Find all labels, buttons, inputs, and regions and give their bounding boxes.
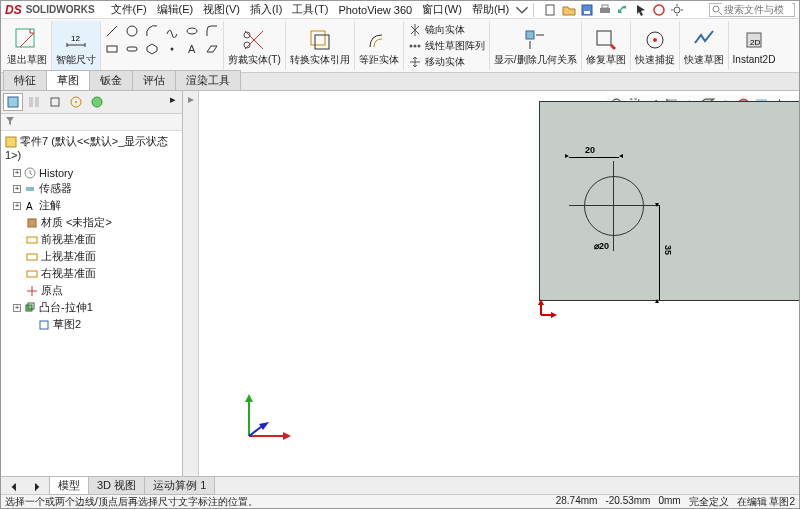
tree-material[interactable]: 材质 <未指定>: [1, 214, 182, 231]
tree-annotations[interactable]: +A注解: [1, 197, 182, 214]
point-tool[interactable]: [163, 41, 181, 57]
circle-tool[interactable]: [123, 23, 141, 39]
repair-sketch-button[interactable]: 修复草图: [582, 21, 631, 70]
offset-entities-button[interactable]: 等距实体: [355, 21, 404, 70]
feature-manager-tabs: ▸: [1, 91, 182, 114]
tree-top-plane[interactable]: 上视基准面: [1, 248, 182, 265]
quick-access-toolbar: [544, 3, 684, 17]
menu-file[interactable]: 文件(F): [107, 1, 151, 18]
menu-view[interactable]: 视图(V): [199, 1, 244, 18]
undo-icon[interactable]: [616, 3, 630, 17]
search-input[interactable]: [722, 3, 792, 16]
svg-point-31: [653, 38, 657, 42]
cursor-icon[interactable]: [634, 3, 648, 17]
fm-config-tab[interactable]: [45, 93, 65, 111]
tree-sensors[interactable]: +传感器: [1, 180, 182, 197]
fillet-tool[interactable]: [203, 23, 221, 39]
menu-edit[interactable]: 编辑(E): [153, 1, 198, 18]
tab-sketch[interactable]: 草图: [46, 70, 90, 90]
ribbon: 退出草图 12 智能尺寸 A 剪裁实体(T) 转换实体引用 等距实体 镜向实体: [1, 19, 799, 73]
options-icon[interactable]: [670, 3, 684, 17]
status-y: -20.53mm: [605, 495, 650, 509]
fm-dimxpert-tab[interactable]: [66, 93, 86, 111]
svg-text:A: A: [188, 43, 196, 55]
feature-filter[interactable]: [1, 114, 182, 131]
svg-point-5: [654, 5, 664, 15]
menu-window[interactable]: 窗口(W): [418, 1, 466, 18]
smart-dimension-button[interactable]: 12 智能尺寸: [52, 21, 101, 70]
sketch-origin-icon: [537, 299, 557, 319]
line-tool[interactable]: [103, 23, 121, 39]
part-name[interactable]: 零件7 (默认<<默认>_显示状态 1>): [1, 131, 182, 164]
dimension-vertical-35[interactable]: 35 ▾ ▴: [653, 205, 667, 300]
tab-3dview[interactable]: 3D 视图: [88, 477, 145, 495]
convert-entities-button[interactable]: 转换实体引用: [286, 21, 355, 70]
exit-sketch-button[interactable]: 退出草图: [3, 21, 52, 70]
linear-pattern-button[interactable]: 线性草图阵列: [408, 39, 485, 53]
svg-rect-4: [602, 5, 608, 8]
dimension-horizontal-20[interactable]: 20 ▸ ◂: [569, 151, 619, 165]
tree-origin[interactable]: 原点: [1, 282, 182, 299]
tab-motion[interactable]: 运动算例 1: [144, 477, 215, 495]
menu-insert[interactable]: 插入(I): [246, 1, 286, 18]
tree-extrude1[interactable]: +凸台-拉伸1: [1, 299, 182, 316]
quick-snap-button[interactable]: 快速捕捉: [631, 21, 680, 70]
print-icon[interactable]: [598, 3, 612, 17]
dropdown-icon[interactable]: [515, 3, 529, 17]
svg-line-11: [107, 26, 117, 36]
trim-button[interactable]: 剪裁实体(T): [224, 21, 286, 70]
search-box[interactable]: [709, 3, 795, 17]
scroll-right-icon[interactable]: ⏵: [26, 480, 49, 492]
menu-tools[interactable]: 工具(T): [288, 1, 332, 18]
tree-sketch2[interactable]: 草图2: [1, 316, 182, 333]
arc-tool[interactable]: [143, 23, 161, 39]
rapid-sketch-button[interactable]: 快速草图: [680, 21, 729, 70]
fm-expand-icon[interactable]: ▸: [166, 93, 180, 111]
text-tool[interactable]: A: [183, 41, 201, 57]
svg-point-40: [92, 97, 102, 107]
rect-tool[interactable]: [103, 41, 121, 57]
mirror-button[interactable]: 镜向实体: [408, 23, 485, 37]
show-delete-relations-button[interactable]: 显示/删除几何关系: [490, 21, 582, 70]
svg-marker-72: [259, 422, 269, 430]
reference-triad[interactable]: [239, 386, 299, 446]
dimension-diameter-20[interactable]: ⌀20: [594, 241, 609, 251]
main-area: ▸ 零件7 (默认<<默认>_显示状态 1>) +History +传感器 +A…: [1, 91, 799, 476]
ellipse-tool[interactable]: [183, 23, 201, 39]
move-entities-button[interactable]: 移动实体: [408, 55, 485, 69]
svg-rect-41: [6, 137, 16, 147]
fm-appearance-tab[interactable]: [87, 93, 107, 111]
menu-photoview[interactable]: PhotoView 360: [334, 3, 416, 17]
svg-rect-21: [311, 31, 325, 45]
app-name: SOLIDWORKS: [26, 4, 95, 15]
save-icon[interactable]: [580, 3, 594, 17]
plane-tool[interactable]: [203, 41, 221, 57]
tab-sheetmetal[interactable]: 钣金: [89, 70, 133, 90]
circle-centerline-v: [613, 161, 614, 251]
fm-property-tab[interactable]: [24, 93, 44, 111]
slot-tool[interactable]: [123, 41, 141, 57]
menu-help[interactable]: 帮助(H): [468, 1, 513, 18]
svg-rect-43: [26, 187, 34, 191]
svg-rect-26: [526, 31, 534, 39]
tree-right-plane[interactable]: 右视基准面: [1, 265, 182, 282]
tree-history[interactable]: +History: [1, 166, 182, 180]
tab-evaluate[interactable]: 评估: [132, 70, 176, 90]
graphics-viewport[interactable]: 20 ▸ ◂ ⌀20 35 ▾ ▴: [199, 91, 799, 476]
tree-front-plane[interactable]: 前视基准面: [1, 231, 182, 248]
open-icon[interactable]: [562, 3, 576, 17]
sketch-circle[interactable]: [584, 176, 644, 236]
task-pane-strip[interactable]: [183, 91, 199, 476]
fm-tree-tab[interactable]: [3, 93, 23, 111]
svg-rect-9: [16, 29, 34, 47]
tab-model[interactable]: 模型: [49, 477, 89, 495]
tab-render[interactable]: 渲染工具: [175, 70, 241, 90]
scroll-left-icon[interactable]: ⏴: [3, 480, 26, 492]
svg-text:12: 12: [71, 34, 80, 43]
rebuild-icon[interactable]: [652, 3, 666, 17]
new-icon[interactable]: [544, 3, 558, 17]
tab-features[interactable]: 特征: [3, 70, 47, 90]
instant2d-button[interactable]: 2D Instant2D: [729, 21, 780, 70]
spline-tool[interactable]: [163, 23, 181, 39]
polygon-tool[interactable]: [143, 41, 161, 57]
